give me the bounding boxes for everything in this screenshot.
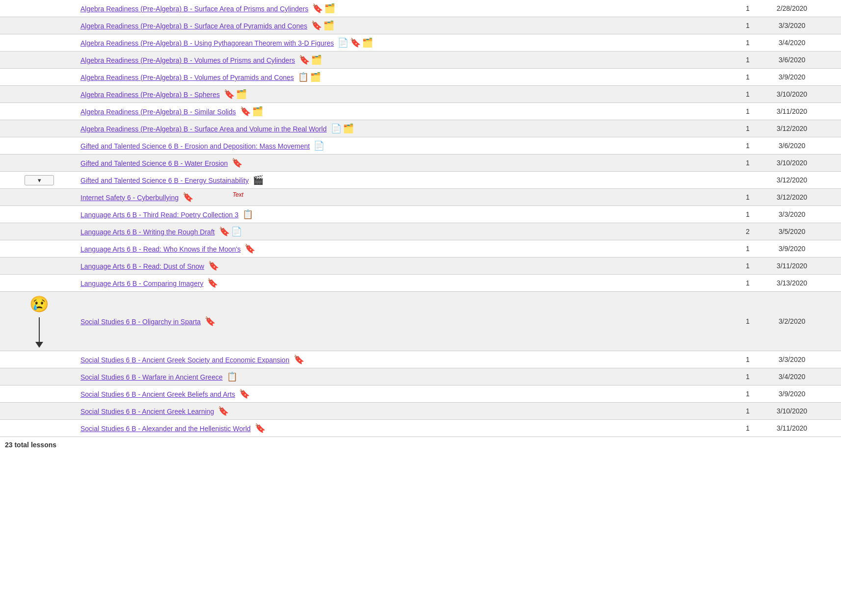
lesson-date: 3/11/2020: [762, 257, 821, 275]
lesson-link[interactable]: Internet Safety 6 - Cyberbullying: [80, 194, 179, 202]
lesson-link[interactable]: Language Arts 6 B - Read: Dust of Snow: [80, 262, 204, 270]
book-icon[interactable]: 🗂️: [252, 106, 263, 117]
quiz-icon[interactable]: 🔖: [239, 388, 250, 399]
book-icon[interactable]: 🗂️: [343, 123, 354, 134]
lesson-count: 1: [733, 86, 762, 103]
lesson-date: 3/10/2020: [762, 154, 821, 172]
row-icon-cell: [0, 86, 79, 103]
quiz-icon[interactable]: 🔖: [311, 20, 322, 31]
row-icon-cell: ▾: [0, 172, 79, 189]
lesson-link[interactable]: Algebra Readiness (Pre-Algebra) B - Volu…: [80, 56, 295, 64]
doc-icon[interactable]: 📋: [298, 72, 309, 82]
quiz-icon[interactable]: 🔖: [183, 192, 193, 203]
book-icon[interactable]: 🗂️: [236, 89, 247, 100]
lesson-link[interactable]: Algebra Readiness (Pre-Algebra) B - Usin…: [80, 39, 334, 47]
lesson-link-cell: Algebra Readiness (Pre-Algebra) B - Sphe…: [79, 86, 733, 103]
table-row: Language Arts 6 B - Read: Dust of Snow 🔖…: [0, 257, 841, 275]
lesson-link[interactable]: Algebra Readiness (Pre-Algebra) B - Surf…: [80, 5, 309, 13]
lesson-link[interactable]: Algebra Readiness (Pre-Algebra) B - Simi…: [80, 108, 236, 116]
lesson-link[interactable]: Gifted and Talented Science 6 B - Energy…: [80, 177, 249, 184]
quiz-icon[interactable]: 🔖: [232, 157, 242, 168]
table-row: Algebra Readiness (Pre-Algebra) B - Volu…: [0, 69, 841, 86]
row-icon-cell: [0, 275, 79, 292]
icon-group: 📄🔖🗂️: [338, 37, 373, 48]
quiz-icon[interactable]: 🔖: [219, 226, 230, 237]
lesson-date: 3/11/2020: [762, 420, 821, 437]
row-extra-cell: [821, 189, 841, 206]
lesson-link[interactable]: Algebra Readiness (Pre-Algebra) B - Surf…: [80, 125, 327, 133]
lesson-date: 3/10/2020: [762, 403, 821, 420]
lesson-link-cell: Social Studies 6 B - Ancient Greek Learn…: [79, 403, 733, 420]
lesson-count: 1: [733, 292, 762, 351]
video-icon[interactable]: 🎬: [253, 175, 263, 185]
quiz-icon[interactable]: 🔖: [218, 406, 229, 416]
lesson-count: 1: [733, 403, 762, 420]
lesson-link[interactable]: Social Studies 6 B - Oligarchy in Sparta: [80, 318, 201, 326]
lesson-count: 1: [733, 17, 762, 34]
grade-dropdown[interactable]: ▾: [25, 175, 54, 185]
doc-icon[interactable]: 📋: [227, 371, 237, 382]
lesson-link[interactable]: Social Studies 6 B - Ancient Greek Learn…: [80, 408, 214, 415]
lesson-link[interactable]: Algebra Readiness (Pre-Algebra) B - Surf…: [80, 22, 307, 30]
book-icon[interactable]: 🗂️: [323, 20, 334, 31]
quiz-icon[interactable]: 🔖: [255, 423, 265, 434]
row-extra-cell: [821, 34, 841, 51]
lesson-link-cell: Language Arts 6 B - Read: Dust of Snow 🔖: [79, 257, 733, 275]
table-row: Algebra Readiness (Pre-Algebra) B - Surf…: [0, 120, 841, 137]
quiz-icon[interactable]: 🔖: [312, 3, 323, 14]
lesson-link[interactable]: Social Studies 6 B - Ancient Greek Socie…: [80, 356, 289, 364]
lesson-link[interactable]: Algebra Readiness (Pre-Algebra) B - Volu…: [80, 74, 294, 81]
lesson-link[interactable]: Algebra Readiness (Pre-Algebra) B - Sphe…: [80, 91, 220, 99]
row-extra-cell: [821, 120, 841, 137]
book-icon[interactable]: 🗂️: [362, 37, 373, 48]
lesson-date: 3/13/2020: [762, 275, 821, 292]
lesson-count: 2: [733, 223, 762, 240]
row-extra-cell: [821, 69, 841, 86]
lesson-link[interactable]: Gifted and Talented Science 6 B - Water …: [80, 159, 228, 167]
lesson-link[interactable]: Language Arts 6 B - Read: Who Knows if t…: [80, 245, 240, 253]
lesson-link[interactable]: Gifted and Talented Science 6 B - Erosio…: [80, 142, 310, 150]
icon-group: 🔖: [218, 406, 229, 416]
doc-icon[interactable]: 📋: [242, 209, 253, 220]
quiz-icon[interactable]: 🔖: [205, 316, 215, 327]
icon-group: 🔖: [293, 354, 304, 365]
book-icon[interactable]: 🗂️: [324, 3, 335, 14]
lesson-link[interactable]: Social Studies 6 B - Warfare in Ancient …: [80, 373, 223, 381]
lesson-count: 1: [733, 368, 762, 385]
quiz-icon[interactable]: 🔖: [293, 354, 304, 365]
book-icon[interactable]: 🗂️: [310, 72, 321, 82]
row-extra-cell: [821, 223, 841, 240]
quiz-icon[interactable]: 🔖: [208, 260, 219, 271]
quiz-icon[interactable]: 🔖: [244, 243, 255, 254]
doc2-icon[interactable]: 📄: [331, 123, 342, 134]
row-extra-cell: [821, 0, 841, 17]
lesson-count: 1: [733, 154, 762, 172]
lesson-link-cell: Language Arts 6 B - Read: Who Knows if t…: [79, 240, 733, 257]
icon-group: 📋: [227, 371, 237, 382]
row-extra-cell: [821, 51, 841, 69]
quiz-icon[interactable]: 🔖: [299, 54, 310, 65]
lesson-count: 1: [733, 51, 762, 69]
table-row: Language Arts 6 B - Writing the Rough Dr…: [0, 223, 841, 240]
table-row: Gifted and Talented Science 6 B - Erosio…: [0, 137, 841, 154]
doc2-icon[interactable]: 📄: [338, 37, 348, 48]
table-row: Social Studies 6 B - Warfare in Ancient …: [0, 368, 841, 385]
table-row: Language Arts 6 B - Comparing Imagery 🔖1…: [0, 275, 841, 292]
table-row: ▾Gifted and Talented Science 6 B - Energ…: [0, 172, 841, 189]
lesson-count: 1: [733, 189, 762, 206]
icon-group: 🔖: [208, 260, 219, 271]
quiz-icon[interactable]: 🔖: [224, 89, 235, 100]
lesson-link[interactable]: Social Studies 6 B - Alexander and the H…: [80, 425, 251, 433]
lesson-link[interactable]: Language Arts 6 B - Third Read: Poetry C…: [80, 211, 238, 219]
lesson-link[interactable]: Language Arts 6 B - Comparing Imagery: [80, 280, 204, 287]
quiz-icon[interactable]: 🔖: [240, 106, 251, 117]
quiz-icon[interactable]: 🔖: [350, 37, 361, 48]
doc2-icon[interactable]: 📄: [231, 226, 242, 237]
lesson-link[interactable]: Language Arts 6 B - Writing the Rough Dr…: [80, 228, 215, 236]
row-icon-cell: [0, 206, 79, 223]
book-icon[interactable]: 🗂️: [311, 54, 322, 65]
lesson-date: 3/11/2020: [762, 103, 821, 120]
quiz-icon[interactable]: 🔖: [207, 278, 218, 288]
lesson-link[interactable]: Social Studies 6 B - Ancient Greek Belie…: [80, 390, 235, 398]
doc2-icon[interactable]: 📄: [314, 140, 324, 151]
